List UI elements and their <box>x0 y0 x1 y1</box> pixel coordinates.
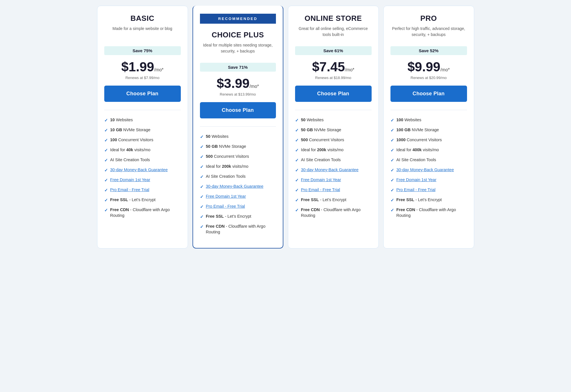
feature-item: ✓ Ideal for 400k visits/mo <box>390 147 467 153</box>
feature-content[interactable]: 30-day Money-Back Guarantee <box>301 167 359 173</box>
checkmark-icon: ✓ <box>104 127 108 133</box>
price-renews: Renews at $7.99/mo <box>104 76 181 80</box>
checkmark-icon: ✓ <box>104 167 108 173</box>
feature-item: ✓ Free CDN - Cloudflare with Argo Routin… <box>104 207 181 219</box>
feature-link-text[interactable]: Free Domain 1st Year <box>206 194 246 199</box>
feature-content[interactable]: Free Domain 1st Year <box>396 177 436 183</box>
checkmark-icon: ✓ <box>295 157 299 163</box>
feature-item: ✓ AI Site Creation Tools <box>200 173 276 180</box>
feature-bold-text: 10 GB <box>110 128 122 132</box>
feature-item: ✓ 30-day Money-Back Guarantee <box>104 167 181 173</box>
price-renews: Renews at $20.99/mo <box>390 76 467 80</box>
feature-content[interactable]: Free Domain 1st Year <box>206 193 246 199</box>
price-renews: Renews at $18.99/mo <box>295 76 372 80</box>
checkmark-icon: ✓ <box>104 207 108 213</box>
feature-link-text[interactable]: Pro Email - Free Trial <box>301 187 340 192</box>
choose-plan-button[interactable]: Choose Plan <box>390 86 467 102</box>
feature-content: Free SSL - Let's Encrypt <box>396 197 442 203</box>
checkmark-icon: ✓ <box>200 144 204 150</box>
checkmark-icon: ✓ <box>104 197 108 203</box>
price-per: /mo* <box>440 67 450 72</box>
feature-bold-text: 50 <box>206 134 211 139</box>
feature-content[interactable]: Pro Email - Free Trial <box>396 187 436 193</box>
plan-name: CHOICE PLUS <box>200 31 276 39</box>
checkmark-icon: ✓ <box>200 224 204 230</box>
feature-link-text[interactable]: Pro Email - Free Trial <box>396 187 436 192</box>
plan-card-online-store: ONLINE STOREGreat for all online selling… <box>288 6 379 248</box>
save-badge: Save 75% <box>104 46 181 55</box>
price-row: $3.99/mo* <box>200 76 276 91</box>
checkmark-icon: ✓ <box>200 134 204 140</box>
checkmark-icon: ✓ <box>390 177 394 183</box>
checkmark-icon: ✓ <box>200 154 204 160</box>
feature-content: Free CDN - Cloudflare with Argo Routing <box>396 207 467 219</box>
feature-link-text[interactable]: Pro Email - Free Trial <box>110 187 149 192</box>
feature-bold-text: 1000 <box>396 138 406 142</box>
feature-bold-text: 100 <box>110 138 117 142</box>
feature-item: ✓ Free CDN - Cloudflare with Argo Routin… <box>200 223 276 235</box>
features-list: ✓ 50 Websites ✓ 50 GB NVMe Storage ✓ 500… <box>295 117 372 239</box>
feature-content[interactable]: 30-day Money-Back Guarantee <box>206 183 264 189</box>
feature-content: Ideal for 200k visits/mo <box>206 163 249 169</box>
price-renews: Renews at $13.99/mo <box>200 92 276 96</box>
checkmark-icon: ✓ <box>104 187 108 193</box>
checkmark-icon: ✓ <box>200 214 204 220</box>
price-per: /mo* <box>345 67 354 72</box>
feature-item: ✓ 50 GB NVMe Storage <box>295 127 372 133</box>
feature-content: 100 GB NVMe Storage <box>396 127 439 133</box>
choose-plan-button[interactable]: Choose Plan <box>104 86 181 102</box>
feature-item: ✓ 100 GB NVMe Storage <box>390 127 467 133</box>
feature-item: ✓ Free Domain 1st Year <box>295 177 372 183</box>
feature-item: ✓ AI Site Creation Tools <box>390 157 467 163</box>
checkmark-icon: ✓ <box>390 167 394 173</box>
feature-bold-text: 100 GB <box>396 128 411 132</box>
feature-link-text[interactable]: 30-day Money-Back Guarantee <box>110 167 168 172</box>
feature-item: ✓ Pro Email - Free Trial <box>295 187 372 193</box>
feature-content: Free CDN - Cloudflare with Argo Routing <box>110 207 181 219</box>
feature-item: ✓ Pro Email - Free Trial <box>390 187 467 193</box>
feature-content: AI Site Creation Tools <box>110 157 150 163</box>
feature-item: ✓ AI Site Creation Tools <box>104 157 181 163</box>
feature-link-text[interactable]: 30-day Money-Back Guarantee <box>301 167 359 172</box>
plan-desc: Perfect for high traffic, advanced stora… <box>390 26 467 41</box>
pricing-grid: BASICMade for a simple website or blogSa… <box>97 6 474 248</box>
feature-content: 10 Websites <box>110 117 133 123</box>
feature-content[interactable]: Free Domain 1st Year <box>110 177 150 183</box>
checkmark-icon: ✓ <box>200 164 204 170</box>
feature-item: ✓ 30-day Money-Back Guarantee <box>200 183 276 190</box>
feature-content[interactable]: 30-day Money-Back Guarantee <box>110 167 168 173</box>
feature-content[interactable]: Pro Email - Free Trial <box>110 187 149 193</box>
feature-item: ✓ Free SSL - Let's Encrypt <box>295 197 372 203</box>
price-main: $1.99 <box>121 59 154 74</box>
plan-name: BASIC <box>104 14 181 23</box>
feature-link-text[interactable]: Free Domain 1st Year <box>110 177 150 182</box>
feature-content: Free SSL - Let's Encrypt <box>301 197 346 203</box>
section-divider <box>200 126 276 127</box>
feature-content[interactable]: Pro Email - Free Trial <box>206 203 245 209</box>
save-badge: Save 52% <box>390 46 467 55</box>
feature-link-text[interactable]: 30-day Money-Back Guarantee <box>206 184 264 189</box>
feature-content[interactable]: Pro Email - Free Trial <box>301 187 340 193</box>
feature-item: ✓ Free CDN - Cloudflare with Argo Routin… <box>390 207 467 219</box>
feature-link-text[interactable]: 30-day Money-Back Guarantee <box>396 167 454 172</box>
plan-desc: Made for a simple website or blog <box>104 26 181 41</box>
feature-content[interactable]: Free Domain 1st Year <box>301 177 341 183</box>
choose-plan-button[interactable]: Choose Plan <box>200 102 276 118</box>
price-row: $7.45/mo* <box>295 59 372 74</box>
plan-card-basic: BASICMade for a simple website or blogSa… <box>97 6 188 248</box>
feature-item: ✓ AI Site Creation Tools <box>295 157 372 163</box>
feature-link-text[interactable]: Free Domain 1st Year <box>396 177 436 182</box>
feature-item: ✓ Free SSL - Let's Encrypt <box>200 213 276 220</box>
checkmark-icon: ✓ <box>390 137 394 143</box>
feature-item: ✓ Free Domain 1st Year <box>104 177 181 183</box>
features-list: ✓ 10 Websites ✓ 10 GB NVMe Storage ✓ 100… <box>104 117 181 239</box>
checkmark-icon: ✓ <box>390 157 394 163</box>
choose-plan-button[interactable]: Choose Plan <box>295 86 372 102</box>
feature-link-text[interactable]: Free Domain 1st Year <box>301 177 341 182</box>
feature-item: ✓ Pro Email - Free Trial <box>200 203 276 210</box>
feature-link-text[interactable]: Pro Email - Free Trial <box>206 204 245 209</box>
feature-content[interactable]: 30-day Money-Back Guarantee <box>396 167 454 173</box>
feature-content: 10 GB NVMe Storage <box>110 127 151 133</box>
feature-bold-text: 200k <box>222 164 231 169</box>
save-badge: Save 61% <box>295 46 372 55</box>
